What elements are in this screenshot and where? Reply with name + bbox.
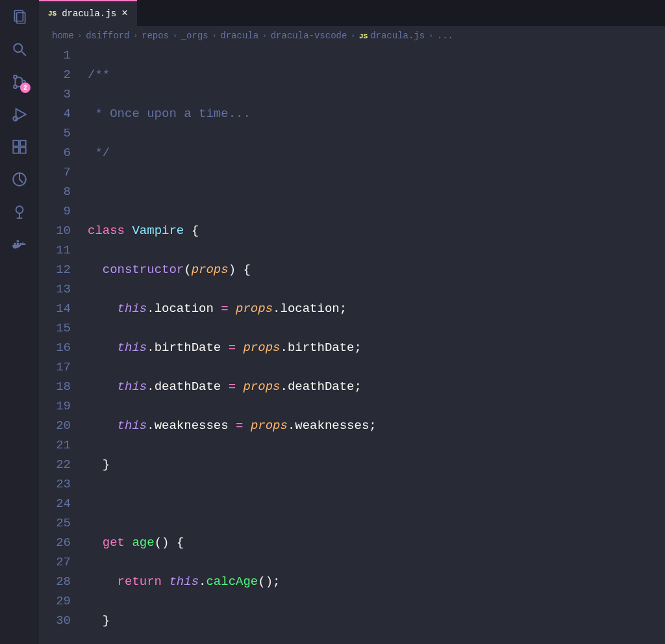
svg-point-5 xyxy=(14,85,17,88)
js-file-icon: JS xyxy=(48,10,56,18)
line-number: 12 xyxy=(39,260,71,279)
chevron-right-icon: › xyxy=(133,32,138,40)
chevron-right-icon: › xyxy=(78,32,82,40)
line-number: 25 xyxy=(39,513,71,533)
js-file-icon: JS xyxy=(359,32,368,40)
line-number: 19 xyxy=(39,396,71,416)
line-number: 29 xyxy=(39,591,71,611)
line-number: 28 xyxy=(39,572,71,591)
close-icon[interactable]: × xyxy=(121,8,128,19)
activity-bar: 2 xyxy=(0,0,39,644)
line-number: 3 xyxy=(39,84,71,104)
svg-rect-11 xyxy=(20,148,26,153)
breadcrumb-item[interactable]: repos xyxy=(142,31,169,41)
extensions-icon[interactable] xyxy=(10,138,29,156)
svg-rect-15 xyxy=(14,243,16,245)
chevron-right-icon: › xyxy=(173,32,177,40)
breadcrumb-item[interactable]: ... xyxy=(437,31,453,41)
line-number: 21 xyxy=(39,435,71,455)
svg-rect-12 xyxy=(20,140,26,146)
tab-label: dracula.js xyxy=(62,8,116,19)
chevron-right-icon: › xyxy=(262,32,267,40)
breadcrumb: home › dsifford › repos › _orgs › dracul… xyxy=(39,26,665,45)
line-number: 24 xyxy=(39,494,71,513)
line-number: 6 xyxy=(39,143,71,162)
gutter: 1 2 3 4 5 6 7 8 9 10 11 12 13 14 15 16 1… xyxy=(39,45,88,644)
line-number: 30 xyxy=(39,611,71,630)
tab-bar: JS dracula.js × xyxy=(39,0,665,26)
git-graph-icon[interactable] xyxy=(10,170,29,188)
line-number: 8 xyxy=(39,182,71,201)
chevron-right-icon: › xyxy=(429,32,433,40)
git-lens-icon[interactable] xyxy=(10,203,29,221)
line-number: 1 xyxy=(39,45,71,65)
line-number: 2 xyxy=(39,65,71,84)
line-number: 16 xyxy=(39,338,71,357)
line-number: 4 xyxy=(39,104,71,123)
explorer-icon[interactable] xyxy=(10,8,29,26)
line-number: 14 xyxy=(39,299,71,318)
line-number: 5 xyxy=(39,123,71,143)
line-number: 15 xyxy=(39,318,71,338)
source-control-badge: 2 xyxy=(20,83,31,93)
code-content[interactable]: /** * Once upon a time... */ class Vampi… xyxy=(88,45,665,644)
breadcrumb-item[interactable]: dracula-vscode xyxy=(271,31,347,41)
editor[interactable]: 1 2 3 4 5 6 7 8 9 10 11 12 13 14 15 16 1… xyxy=(39,45,665,644)
line-number: 26 xyxy=(39,533,71,552)
svg-rect-16 xyxy=(17,243,19,245)
svg-point-2 xyxy=(14,44,22,52)
editor-main: JS dracula.js × home › dsifford › repos … xyxy=(39,0,665,644)
line-number: 11 xyxy=(39,240,71,260)
line-number: 27 xyxy=(39,552,71,572)
line-number: 18 xyxy=(39,377,71,396)
docker-icon[interactable] xyxy=(10,235,29,253)
source-control-icon[interactable]: 2 xyxy=(10,73,29,91)
svg-rect-17 xyxy=(19,243,21,245)
line-number: 20 xyxy=(39,416,71,435)
chevron-right-icon: › xyxy=(212,32,217,40)
chevron-right-icon: › xyxy=(351,32,355,40)
line-number: 17 xyxy=(39,357,71,377)
line-number: 13 xyxy=(39,279,71,299)
breadcrumb-item[interactable]: home xyxy=(52,31,74,41)
run-debug-icon[interactable] xyxy=(10,105,29,123)
svg-rect-10 xyxy=(13,148,19,153)
breadcrumb-item[interactable]: dracula xyxy=(220,31,258,41)
line-number: 7 xyxy=(39,162,71,182)
line-number: 22 xyxy=(39,455,71,474)
line-number: 9 xyxy=(39,201,71,221)
breadcrumb-item[interactable]: JSdracula.js xyxy=(359,31,425,41)
svg-point-4 xyxy=(14,75,17,79)
svg-point-8 xyxy=(13,116,18,121)
breadcrumb-item[interactable]: dsifford xyxy=(86,31,129,41)
svg-line-3 xyxy=(21,51,26,56)
tab-dracula-js[interactable]: JS dracula.js × xyxy=(39,0,137,26)
svg-rect-18 xyxy=(17,240,19,242)
line-number: 23 xyxy=(39,474,71,494)
line-number: 10 xyxy=(39,221,71,240)
search-icon[interactable] xyxy=(10,40,29,58)
svg-rect-9 xyxy=(13,140,19,146)
breadcrumb-item[interactable]: _orgs xyxy=(181,31,208,41)
svg-point-14 xyxy=(16,206,23,213)
